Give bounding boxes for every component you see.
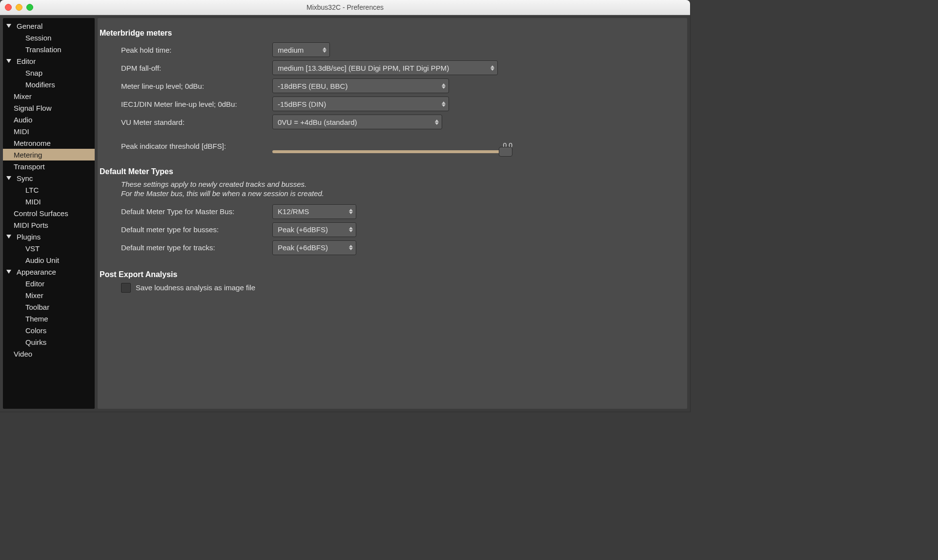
- svg-marker-9: [442, 83, 446, 86]
- sidebar-item-vst-19[interactable]: VST: [3, 242, 95, 254]
- sidebar-item-label: Modifiers: [25, 80, 55, 89]
- spinner-icon: [435, 120, 439, 125]
- save-loudness-checkbox[interactable]: [121, 283, 131, 293]
- iec-lineup-select[interactable]: -15dBFS (DIN): [272, 97, 449, 111]
- sidebar-item-label: Sync: [17, 174, 33, 182]
- busses-meter-row: Default meter type for busses: Peak (+6d…: [98, 221, 676, 238]
- sidebar-item-midi-9[interactable]: MIDI: [3, 125, 95, 137]
- sidebar-item-toolbar-24[interactable]: Toolbar: [3, 301, 95, 313]
- sidebar-item-control-surfaces-16[interactable]: Control Surfaces: [3, 207, 95, 219]
- sidebar-item-mixer-23[interactable]: Mixer: [3, 289, 95, 301]
- sidebar-item-label: Editor: [17, 57, 36, 65]
- disclosure-triangle-icon[interactable]: [4, 24, 14, 28]
- iec-lineup-value: -15dBFS (DIN): [278, 100, 326, 108]
- peak-threshold-slider-wrap: 0.0: [272, 141, 511, 153]
- sidebar-item-video-28[interactable]: Video: [3, 348, 95, 360]
- svg-marker-0: [6, 24, 11, 28]
- vu-standard-value: 0VU = +4dBu (standard): [278, 118, 357, 126]
- sidebar-item-sync-13[interactable]: Sync: [3, 172, 95, 184]
- sidebar-item-colors-26[interactable]: Colors: [3, 324, 95, 336]
- spinner-icon: [349, 245, 353, 250]
- peak-threshold-slider[interactable]: [272, 150, 511, 153]
- body-area: GeneralSessionTranslationEditorSnapModif…: [0, 15, 690, 412]
- sidebar-item-label: Video: [14, 350, 32, 358]
- spinner-icon: [442, 101, 446, 107]
- disclosure-triangle-icon[interactable]: [4, 176, 14, 180]
- sidebar-item-metering-11[interactable]: Metering: [3, 149, 95, 160]
- sidebar-item-editor-3[interactable]: Editor: [3, 55, 95, 67]
- default-meter-note: These settings apply to newly created tr…: [98, 180, 336, 199]
- sidebar-item-audio-8[interactable]: Audio: [3, 114, 95, 125]
- svg-marker-18: [349, 230, 353, 232]
- tracks-meter-row: Default meter type for tracks: Peak (+6d…: [98, 240, 676, 256]
- tracks-meter-value: Peak (+6dBFS): [278, 243, 328, 252]
- sidebar-item-label: Toolbar: [25, 303, 49, 311]
- busses-meter-value: Peak (+6dBFS): [278, 225, 328, 234]
- master-meter-select[interactable]: K12/RMS: [272, 204, 356, 219]
- sidebar-item-quirks-27[interactable]: Quirks: [3, 336, 95, 348]
- sidebar-item-general-0[interactable]: General: [3, 20, 95, 32]
- sidebar-item-label: Editor: [25, 280, 44, 288]
- sidebar-item-session-1[interactable]: Session: [3, 32, 95, 43]
- sidebar-item-label: MIDI: [14, 127, 29, 136]
- svg-marker-11: [442, 101, 446, 104]
- sidebar-item-label: Snap: [25, 69, 42, 77]
- sidebar-item-modifiers-5[interactable]: Modifiers: [3, 79, 95, 90]
- disclosure-triangle-icon[interactable]: [4, 270, 14, 274]
- sidebar-item-theme-25[interactable]: Theme: [3, 313, 95, 324]
- dpm-falloff-value: medium [13.3dB/sec] (EBU Digi PPM, IRT D…: [278, 64, 449, 72]
- close-icon[interactable]: [5, 4, 12, 11]
- spinner-icon: [323, 47, 326, 53]
- peak-hold-row: Peak hold time: medium: [98, 41, 676, 58]
- master-meter-label: Default Meter Type for Master Bus:: [98, 207, 272, 216]
- lineup-level-select[interactable]: -18dBFS (EBU, BBC): [272, 79, 449, 93]
- minimize-icon[interactable]: [16, 4, 22, 11]
- default-meter-section-title: Default Meter Types: [98, 167, 676, 176]
- sidebar-item-label: Plugins: [17, 233, 41, 241]
- lineup-level-label: Meter line-up level; 0dBu:: [98, 82, 272, 90]
- svg-marker-4: [6, 270, 11, 274]
- sidebar-item-ltc-14[interactable]: LTC: [3, 184, 95, 196]
- disclosure-triangle-icon[interactable]: [4, 59, 14, 63]
- svg-marker-14: [435, 122, 439, 125]
- sidebar-item-audio-unit-20[interactable]: Audio Unit: [3, 254, 95, 266]
- sidebar-item-metronome-10[interactable]: Metronome: [3, 137, 95, 149]
- peak-threshold-row: Peak indicator threshold [dBFS]: 0.0: [98, 132, 676, 153]
- sidebar-item-transport-12[interactable]: Transport: [3, 160, 95, 172]
- spinner-icon: [442, 83, 446, 89]
- sidebar-item-midi-15[interactable]: MIDI: [3, 196, 95, 207]
- save-loudness-row: Save loudness analysis as image file: [98, 283, 676, 293]
- dpm-falloff-label: DPM fall-off:: [98, 64, 272, 72]
- maximize-icon[interactable]: [26, 4, 33, 11]
- svg-marker-7: [490, 65, 494, 68]
- sidebar-item-label: Appearance: [17, 268, 56, 276]
- peak-hold-value: medium: [278, 46, 304, 54]
- svg-marker-12: [442, 104, 446, 107]
- sidebar-item-label: Signal Flow: [14, 104, 52, 112]
- sidebar-item-translation-2[interactable]: Translation: [3, 43, 95, 55]
- iec-lineup-label: IEC1/DIN Meter line-up level; 0dBu:: [98, 100, 272, 108]
- peak-hold-select[interactable]: medium: [272, 42, 330, 57]
- post-export-section-title: Post Export Analysis: [98, 270, 676, 279]
- sidebar-item-midi-ports-17[interactable]: MIDI Ports: [3, 219, 95, 231]
- sidebar-item-signal-flow-7[interactable]: Signal Flow: [3, 102, 95, 114]
- svg-marker-17: [349, 227, 353, 229]
- sidebar-item-label: Audio Unit: [25, 256, 59, 264]
- sidebar-item-label: VST: [25, 244, 40, 253]
- disclosure-triangle-icon[interactable]: [4, 235, 14, 239]
- tracks-meter-select[interactable]: Peak (+6dBFS): [272, 240, 356, 255]
- vu-standard-select[interactable]: 0VU = +4dBu (standard): [272, 115, 442, 129]
- sidebar[interactable]: GeneralSessionTranslationEditorSnapModif…: [3, 18, 95, 409]
- svg-marker-5: [323, 47, 326, 50]
- spinner-icon: [349, 227, 353, 232]
- sidebar-item-mixer-6[interactable]: Mixer: [3, 90, 95, 102]
- preferences-window: Mixbus32C - Preferences GeneralSessionTr…: [0, 0, 690, 412]
- sidebar-item-editor-22[interactable]: Editor: [3, 278, 95, 289]
- busses-meter-select[interactable]: Peak (+6dBFS): [272, 222, 356, 237]
- sidebar-item-plugins-18[interactable]: Plugins: [3, 231, 95, 242]
- sidebar-item-appearance-21[interactable]: Appearance: [3, 266, 95, 278]
- window-title: Mixbus32C - Preferences: [0, 3, 690, 11]
- dpm-falloff-select[interactable]: medium [13.3dB/sec] (EBU Digi PPM, IRT D…: [272, 60, 498, 75]
- sidebar-item-snap-4[interactable]: Snap: [3, 67, 95, 79]
- slider-thumb[interactable]: [499, 147, 512, 157]
